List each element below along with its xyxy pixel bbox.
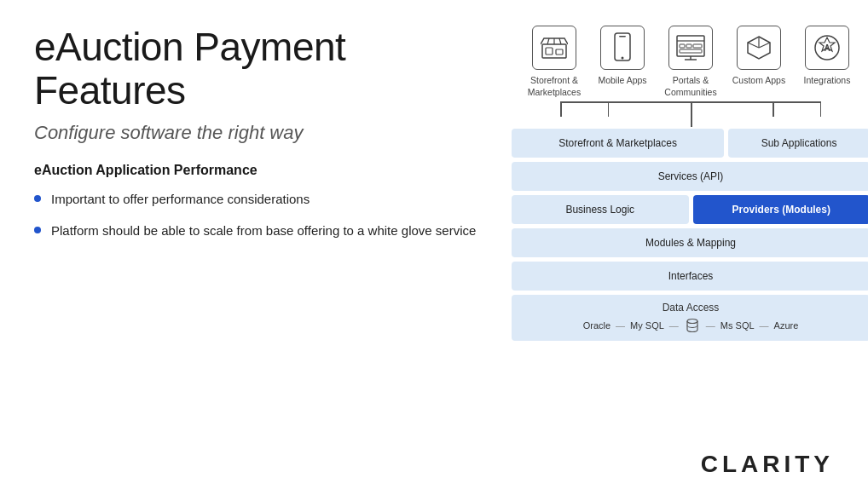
bullet-text-1: Important to offer performance considera… bbox=[51, 190, 310, 210]
icon-integrations: A Integrations bbox=[793, 26, 861, 87]
subtitle: Configure software the right way bbox=[34, 122, 495, 144]
svg-text:A: A bbox=[824, 43, 830, 53]
da-sep-4: — bbox=[760, 320, 769, 331]
bullet-list: Important to offer performance considera… bbox=[34, 190, 495, 240]
icon-portals: Portals &Communities bbox=[657, 26, 725, 98]
sub-applications-box: Sub Applications bbox=[728, 129, 868, 158]
custom-icon bbox=[744, 33, 773, 62]
list-item: Platform should be able to scale from ba… bbox=[34, 222, 495, 241]
left-panel: eAuction Payment Features Configure soft… bbox=[34, 26, 512, 478]
svg-point-8 bbox=[622, 57, 624, 60]
data-access-items: Oracle — My SQL — — Ms SQL bbox=[522, 317, 859, 334]
diagram-row-2: Services (API) bbox=[512, 162, 868, 191]
bullet-text-2: Platform should be able to scale from ba… bbox=[51, 222, 476, 241]
svg-line-20 bbox=[759, 43, 770, 48]
svg-line-19 bbox=[748, 43, 759, 48]
svg-rect-1 bbox=[546, 48, 553, 55]
storefront-label: Storefront &Marketplaces bbox=[528, 75, 581, 98]
svg-rect-12 bbox=[686, 44, 692, 48]
da-mssql: Ms SQL bbox=[720, 320, 755, 331]
bullet-dot bbox=[34, 227, 41, 233]
svg-rect-13 bbox=[693, 44, 702, 48]
svg-line-5 bbox=[559, 38, 561, 44]
icon-storefront: Storefront &Marketplaces bbox=[520, 26, 588, 98]
svg-rect-7 bbox=[619, 36, 626, 37]
connector-area bbox=[524, 101, 857, 127]
mobile-label: Mobile Apps bbox=[598, 75, 646, 87]
svg-rect-11 bbox=[680, 44, 685, 48]
diagram-row-1: Storefront & Marketplaces Sub Applicatio… bbox=[512, 129, 868, 158]
svg-rect-6 bbox=[615, 33, 630, 60]
diagram: Storefront & Marketplaces Sub Applicatio… bbox=[512, 129, 868, 341]
da-azure: Azure bbox=[774, 320, 799, 331]
da-sep-1: — bbox=[616, 320, 625, 331]
main-container: eAuction Payment Features Configure soft… bbox=[0, 0, 868, 495]
integrations-icon-box: A bbox=[805, 26, 849, 70]
custom-icon-box bbox=[737, 26, 781, 70]
storefront-icon bbox=[541, 36, 568, 60]
data-access-label: Data Access bbox=[522, 302, 859, 314]
icons-row: Storefront &Marketplaces Mobile Apps bbox=[512, 26, 868, 98]
svg-point-24 bbox=[687, 319, 697, 324]
storefront-box: Storefront & Marketplaces bbox=[512, 129, 724, 158]
providers-box: Providers (Modules) bbox=[693, 195, 869, 224]
custom-label: Custom Apps bbox=[732, 75, 785, 87]
services-box: Services (API) bbox=[512, 162, 868, 191]
diagram-row-6: Data Access Oracle — My SQL — bbox=[512, 295, 868, 341]
clarity-logo: CLARITY bbox=[701, 451, 834, 478]
page-title: eAuction Payment Features bbox=[34, 26, 495, 112]
diagram-row-4: Modules & Mapping bbox=[512, 228, 868, 257]
svg-rect-2 bbox=[556, 49, 563, 55]
integrations-label: Integrations bbox=[804, 75, 851, 87]
bullet-dot bbox=[34, 195, 41, 202]
portals-label: Portals &Communities bbox=[664, 75, 716, 98]
icon-custom: Custom Apps bbox=[725, 26, 793, 87]
integrations-icon: A bbox=[812, 32, 842, 63]
mobile-icon bbox=[613, 32, 632, 63]
interfaces-box: Interfaces bbox=[512, 262, 868, 291]
svg-line-3 bbox=[547, 38, 549, 44]
portals-icon-box bbox=[668, 26, 713, 70]
diagram-row-5: Interfaces bbox=[512, 262, 868, 291]
section-heading: eAuction Application Performance bbox=[34, 163, 495, 178]
list-item: Important to offer performance considera… bbox=[34, 190, 495, 210]
right-panel: Storefront &Marketplaces Mobile Apps bbox=[512, 26, 868, 478]
data-access-box: Data Access Oracle — My SQL — bbox=[512, 295, 868, 341]
da-mysql: My SQL bbox=[630, 320, 664, 331]
storefront-icon-box bbox=[532, 26, 576, 70]
svg-rect-14 bbox=[680, 49, 702, 53]
mobile-icon-box bbox=[600, 26, 645, 70]
icon-mobile: Mobile Apps bbox=[588, 26, 657, 87]
da-oracle: Oracle bbox=[583, 320, 610, 331]
portals-icon bbox=[676, 35, 705, 60]
modules-box: Modules & Mapping bbox=[512, 228, 868, 257]
diagram-row-3: Business Logic Providers (Modules) bbox=[512, 195, 868, 224]
database-icon bbox=[684, 317, 701, 334]
da-sep-2: — bbox=[669, 320, 679, 331]
business-logic-box: Business Logic bbox=[512, 195, 689, 224]
da-sep-3: — bbox=[706, 320, 715, 331]
